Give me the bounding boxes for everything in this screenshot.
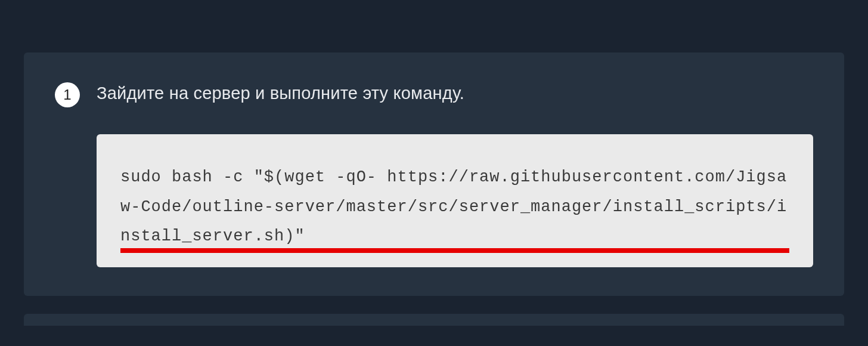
next-card-peek [24,314,844,326]
code-block[interactable]: sudo bash -c "$(wget -qO- https://raw.gi… [97,134,813,268]
step-number-badge: 1 [55,82,80,107]
step-row: 1 Зайдите на сервер и выполните эту кома… [55,81,813,267]
step-instruction-text: Зайдите на сервер и выполните эту команд… [97,81,813,106]
step-content: Зайдите на сервер и выполните эту команд… [97,81,813,267]
instruction-card: 1 Зайдите на сервер и выполните эту кома… [24,52,844,296]
command-text: sudo bash -c "$(wget -qO- https://raw.gi… [120,163,789,252]
step-number-text: 1 [63,86,71,103]
